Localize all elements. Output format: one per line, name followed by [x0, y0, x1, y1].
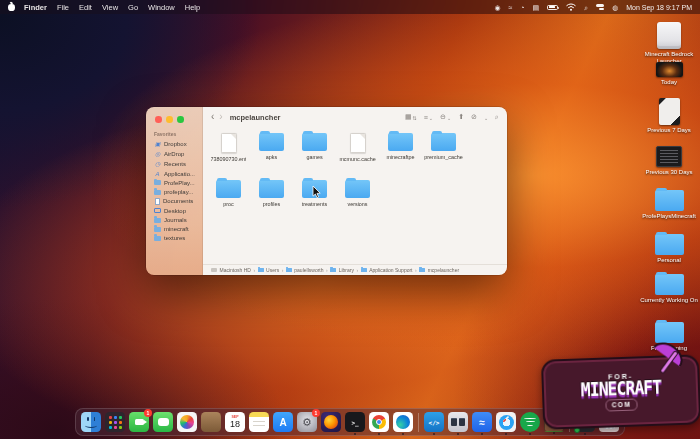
- sidebar-item-profeplay[interactable]: ProfePlay...: [146, 178, 202, 187]
- desktop-icon-currently-working-on[interactable]: Currently Working On: [638, 274, 700, 304]
- apple-menu-icon[interactable]: [8, 4, 15, 11]
- dock-photos-icon[interactable]: [177, 412, 197, 432]
- dock-firefox-icon[interactable]: [321, 412, 341, 432]
- menu-go[interactable]: Go: [128, 3, 138, 12]
- file-item[interactable]: premium_cache: [422, 129, 465, 176]
- tag-button[interactable]: ⊘: [471, 113, 477, 121]
- wifi-icon[interactable]: [566, 3, 576, 11]
- back-button[interactable]: ‹: [211, 112, 214, 122]
- desktop-icon-label: ProfePlaysMinecraft: [642, 213, 696, 220]
- folder-icon: [259, 180, 284, 198]
- desktop-icon: [154, 208, 161, 213]
- dock-launchpad-icon[interactable]: [105, 412, 125, 432]
- file-item[interactable]: 738090730.ent: [207, 129, 250, 176]
- dock-messages-icon[interactable]: [153, 412, 173, 432]
- spotlight-search-icon[interactable]: ⌕: [584, 4, 588, 11]
- audio-waves-icon[interactable]: ≈: [509, 4, 513, 11]
- sidebar-item-applications[interactable]: AApplicatio...: [146, 169, 202, 178]
- control-center-icon[interactable]: [596, 4, 604, 11]
- menu-edit[interactable]: Edit: [79, 3, 92, 12]
- dock-calendar-icon[interactable]: SEP18: [225, 412, 245, 432]
- time-machine-icon[interactable]: ◔: [520, 4, 524, 11]
- sidebar-item-textures[interactable]: textures: [146, 234, 202, 243]
- image-thumbnail-icon: [656, 146, 682, 167]
- menu-view[interactable]: View: [102, 3, 118, 12]
- dock-facetime-icon[interactable]: 1: [129, 412, 149, 432]
- desktop-icon-today[interactable]: Today: [638, 62, 700, 86]
- share-button[interactable]: ⬆: [458, 113, 464, 121]
- list-view-button[interactable]: ≡⌄: [424, 114, 433, 121]
- dock-spotify-icon[interactable]: [520, 412, 540, 432]
- desktop-icon-previous-7-days[interactable]: Previous 7 Days: [638, 98, 700, 134]
- file-item[interactable]: profiles: [250, 176, 293, 223]
- sidebar-item-desktop[interactable]: Desktop: [146, 206, 202, 215]
- folder-icon: [154, 236, 161, 241]
- more-toolbar-button[interactable]: ⌄: [484, 115, 488, 121]
- path-segment[interactable]: Macintosh HD: [220, 267, 251, 273]
- desktop-icon-previous-30-days[interactable]: Previous 30 Days: [638, 146, 700, 176]
- path-segment[interactable]: Library: [339, 267, 354, 273]
- group-by-button[interactable]: ⊖⌄: [440, 113, 451, 121]
- sidebar-item-documents[interactable]: Documents: [146, 197, 202, 207]
- search-button[interactable]: ⌕: [495, 113, 499, 121]
- battery-icon[interactable]: [547, 5, 558, 10]
- sidebar-item-label: profeplay...: [164, 189, 193, 195]
- folder-icon: [655, 234, 684, 255]
- path-segment[interactable]: Users: [266, 267, 279, 273]
- file-item[interactable]: games: [293, 129, 336, 176]
- window-controls: [146, 112, 202, 129]
- desktop-icon-minecraft-bedrock-launcher[interactable]: Minecraft Bedrock Launcher: [638, 22, 700, 65]
- siri-icon[interactable]: ◍: [612, 4, 618, 11]
- sidebar-item-recents[interactable]: ◷Recents: [146, 159, 202, 169]
- dock-terminal-icon[interactable]: >_: [345, 412, 365, 432]
- file-name: games: [306, 154, 322, 160]
- dock-system-settings-icon[interactable]: ⚙1: [297, 412, 317, 432]
- dock-waves-app-icon[interactable]: ≈: [472, 412, 492, 432]
- menu-help[interactable]: Help: [185, 3, 200, 12]
- dock-contacts-icon[interactable]: [201, 412, 221, 432]
- zoom-button[interactable]: [177, 116, 184, 123]
- file-grid: 738090730.ent apks games mcmunc.cache mi…: [207, 129, 503, 223]
- dock-finder-icon[interactable]: [81, 412, 101, 432]
- dock-chrome-icon[interactable]: [369, 412, 389, 432]
- menu-clock[interactable]: Mon Sep 18 9:17 PM: [626, 4, 692, 11]
- minimize-button[interactable]: [166, 116, 173, 123]
- dock-notes-icon[interactable]: [249, 412, 269, 432]
- close-button[interactable]: [155, 116, 162, 123]
- file-name: proc: [223, 201, 234, 207]
- file-name: treatments: [302, 201, 327, 207]
- file-item[interactable]: mcmunc.cache: [336, 129, 379, 176]
- calendar-day: 18: [230, 420, 240, 429]
- watermark-bottom-text: COM: [605, 399, 637, 412]
- path-segment[interactable]: Application Support: [369, 267, 412, 273]
- file-item[interactable]: versions: [336, 176, 379, 223]
- dock-app-store-icon[interactable]: A: [273, 412, 293, 432]
- sidebar-item-minecraft[interactable]: minecraft: [146, 225, 202, 234]
- keyboard-icon[interactable]: ▤: [533, 4, 540, 11]
- sidebar-item-airdrop[interactable]: ◎AirDrop: [146, 149, 202, 159]
- file-item[interactable]: apks: [250, 129, 293, 176]
- menu-window[interactable]: Window: [148, 3, 175, 12]
- dock-virtual-machine-app-icon[interactable]: [448, 412, 468, 432]
- forward-button[interactable]: ›: [219, 112, 222, 122]
- desktop-icon-profeplaysminecraft[interactable]: ProfePlaysMinecraft: [638, 190, 700, 220]
- path-segment[interactable]: paulellsworth: [294, 267, 323, 273]
- sidebar-item-profeplay-2[interactable]: profeplay...: [146, 187, 202, 196]
- icon-view-button[interactable]: ▦⇅: [405, 113, 417, 121]
- file-item[interactable]: proc: [207, 176, 250, 223]
- sidebar-item-dropbox[interactable]: ▣Dropbox: [146, 139, 202, 149]
- file-item[interactable]: minecraftpe: [379, 129, 422, 176]
- dock-safari-icon[interactable]: [496, 412, 516, 432]
- desktop-icon-personal[interactable]: Personal: [638, 234, 700, 264]
- screen-record-icon[interactable]: ◉: [494, 4, 500, 11]
- dock-edge-icon[interactable]: [393, 412, 413, 432]
- file-item[interactable]: treatments: [293, 176, 336, 223]
- desktop-icon-label: Previous 7 Days: [647, 127, 691, 134]
- sidebar-item-journals[interactable]: Journals: [146, 216, 202, 225]
- file-name: mcmunc.cache: [339, 156, 375, 162]
- settings-badge: 1: [312, 409, 320, 417]
- menu-finder[interactable]: Finder: [24, 3, 47, 12]
- menu-file[interactable]: File: [57, 3, 69, 12]
- path-segment[interactable]: mcpelauncher: [428, 267, 459, 273]
- dock-vscode-icon[interactable]: </>: [424, 412, 444, 432]
